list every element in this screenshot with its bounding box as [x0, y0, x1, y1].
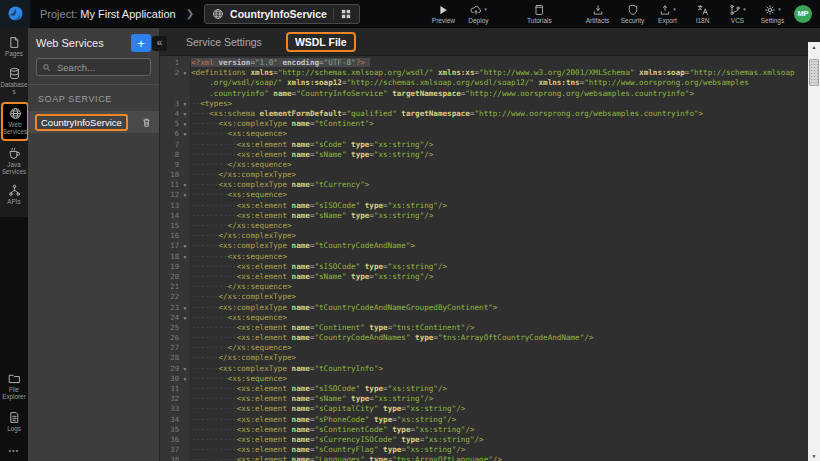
code-line[interactable]: 32··········<xs:element name="sName" typ…: [160, 394, 820, 404]
scroll-down-arrow[interactable]: ▼: [808, 451, 820, 461]
sidebar-item-java-services[interactable]: Java Services: [0, 144, 28, 179]
tab-wsdl-file[interactable]: WSDL File: [286, 32, 356, 52]
search-input[interactable]: [55, 61, 145, 74]
fold-toggle-icon[interactable]: ▾: [179, 99, 191, 109]
code-line[interactable]: 13··········<xs:element name="sISOCode" …: [160, 201, 820, 211]
code-text: ········<xs:sequence>: [191, 252, 820, 262]
topbar-action-i18n[interactable]: I18N: [685, 3, 720, 24]
line-number: 38: [160, 455, 179, 461]
code-line[interactable]: 19··········<xs:element name="sISOCode" …: [160, 262, 820, 272]
line-number: 16: [160, 231, 179, 241]
sidebar-item-label: Databases: [1, 82, 28, 96]
code-line[interactable]: 29▾······<xs:complexType name="tCountryI…: [160, 364, 820, 374]
topbar-action-security[interactable]: Security: [615, 3, 650, 24]
topbar-action-settings[interactable]: ▾Settings: [755, 3, 790, 24]
code-line[interactable]: 37··········<xs:element name="sCountryFl…: [160, 445, 820, 455]
search-box[interactable]: [36, 58, 151, 76]
code-line[interactable]: 25··········<xs:element name="Continent"…: [160, 323, 820, 333]
code-line[interactable]: 8··········<xs:element name="sName" type…: [160, 150, 820, 160]
fold-toggle-icon[interactable]: ▾: [179, 109, 191, 119]
code-text: ······<xs:complexType name="tCountryCode…: [191, 303, 820, 313]
trash-icon[interactable]: [141, 117, 152, 128]
topbar-action-vcs[interactable]: ▾VCS: [720, 3, 755, 24]
code-line[interactable]: 4▾····<xs:schema elementFormDefault="qua…: [160, 109, 820, 119]
scrollbar-thumb[interactable]: [809, 59, 819, 86]
code-line[interactable]: .countryinfo" name="CountryInfoService" …: [160, 89, 820, 99]
line-number: 4: [160, 109, 179, 119]
code-line[interactable]: 31··········<xs:element name="sISOCode" …: [160, 384, 820, 394]
code-line[interactable]: 2▾<definitions xmlns="http://schemas.xml…: [160, 68, 820, 78]
code-line[interactable]: 1<?xml version="1.0" encoding="UTF-8"?>: [160, 58, 820, 68]
fold-toggle-icon[interactable]: ▾: [179, 190, 191, 200]
code-line[interactable]: 9········</xs:sequence>: [160, 160, 820, 170]
topbar-action-tutorials[interactable]: Tutorials: [522, 3, 557, 24]
code-line[interactable]: 15········</xs:sequence>: [160, 221, 820, 231]
code-line[interactable]: 34··········<xs:element name="sPhoneCode…: [160, 415, 820, 425]
code-line[interactable]: 3▾··<types>: [160, 99, 820, 109]
fold-toggle-icon[interactable]: ▾: [179, 364, 191, 374]
sidebar-item-web-services[interactable]: Web Services: [1, 102, 29, 141]
sidebar-item-pages[interactable]: Pages: [0, 33, 28, 61]
fold-toggle-icon[interactable]: ▾: [179, 374, 191, 384]
add-service-button[interactable]: +: [131, 34, 151, 52]
service-list-item-countryinfoservice[interactable]: CountryInfoService: [28, 111, 159, 133]
fold-toggle-icon[interactable]: ▾: [179, 68, 191, 78]
code-line[interactable]: 35··········<xs:element name="sContinent…: [160, 425, 820, 435]
tab-service-settings[interactable]: Service Settings: [186, 36, 262, 48]
fold-gutter: [179, 333, 191, 343]
sidebar-item-file-explorer[interactable]: File Explorer: [0, 369, 28, 404]
code-line[interactable]: 26··········<xs:element name="CountryCod…: [160, 333, 820, 343]
line-number: 3: [160, 99, 179, 109]
code-line[interactable]: 18▾········<xs:sequence>: [160, 252, 820, 262]
fold-toggle-icon[interactable]: ▾: [179, 129, 191, 139]
code-line[interactable]: 14··········<xs:element name="sName" typ…: [160, 211, 820, 221]
fold-toggle-icon[interactable]: ▾: [179, 241, 191, 251]
code-line[interactable]: 36··········<xs:element name="sCurrencyI…: [160, 435, 820, 445]
code-line[interactable]: 38··········<xs:element name="Languages"…: [160, 455, 820, 461]
sidebar-item-databases[interactable]: Databases: [0, 64, 28, 99]
service-tab-label: CountryInfoService: [230, 8, 327, 20]
more-menu-button[interactable]: •••: [9, 440, 19, 461]
code-line[interactable]: 24▾········<xs:sequence>: [160, 313, 820, 323]
code-line[interactable]: 33··········<xs:element name="sCapitalCi…: [160, 404, 820, 414]
sidebar-item-apis[interactable]: APIs: [0, 181, 28, 209]
grid-icon[interactable]: [340, 8, 352, 20]
scroll-up-arrow[interactable]: ▲: [808, 42, 820, 52]
topbar-action-export[interactable]: ▾Export: [650, 3, 685, 24]
code-line[interactable]: 21········</xs:sequence>: [160, 282, 820, 292]
code-line[interactable]: 10······</xs:complexType>: [160, 170, 820, 180]
topbar-action-deploy[interactable]: ▾Deploy: [461, 3, 496, 24]
code-text: ········</xs:sequence>: [191, 221, 820, 231]
collapse-panel-button[interactable]: «: [152, 36, 167, 51]
fold-toggle-icon[interactable]: ▾: [179, 313, 191, 323]
code-line[interactable]: 27········</xs:sequence>: [160, 343, 820, 353]
app-logo[interactable]: [0, 0, 30, 28]
code-editor[interactable]: 1<?xml version="1.0" encoding="UTF-8"?>2…: [160, 56, 820, 461]
fold-toggle-icon[interactable]: ▾: [179, 303, 191, 313]
fold-toggle-icon[interactable]: ▾: [179, 252, 191, 262]
code-line[interactable]: 22······</xs:complexType>: [160, 292, 820, 302]
code-line[interactable]: 6▾········<xs:sequence>: [160, 129, 820, 139]
fold-toggle-icon[interactable]: ▾: [179, 119, 191, 129]
topbar-action-artifacts[interactable]: Artifacts: [580, 3, 615, 24]
code-text: .countryinfo" name="CountryInfoService" …: [191, 89, 820, 99]
code-line[interactable]: 20··········<xs:element name="sName" typ…: [160, 272, 820, 282]
topbar-action-preview[interactable]: Preview: [426, 3, 461, 24]
code-text: ··········<xs:element name="sCapitalCity…: [191, 404, 820, 414]
code-line[interactable]: 12▾········<xs:sequence>: [160, 190, 820, 200]
code-line[interactable]: 28······</xs:complexType>: [160, 353, 820, 363]
code-line[interactable]: 16······</xs:complexType>: [160, 231, 820, 241]
code-line[interactable]: 30▾········<xs:sequence>: [160, 374, 820, 384]
code-line[interactable]: 17▾······<xs:complexType name="tCountryC…: [160, 241, 820, 251]
fold-toggle-icon[interactable]: ▾: [179, 180, 191, 190]
code-line[interactable]: 23▾······<xs:complexType name="tCountryC…: [160, 303, 820, 313]
open-service-tab[interactable]: CountryInfoService: [204, 4, 360, 24]
code-line[interactable]: .org/wsdl/soap/" xmlns:soap12="http://sc…: [160, 78, 820, 88]
code-line[interactable]: 5▾······<xs:complexType name="tContinent…: [160, 119, 820, 129]
user-avatar[interactable]: MP: [794, 5, 812, 23]
line-number: 5: [160, 119, 179, 129]
code-line[interactable]: 11▾······<xs:complexType name="tCurrency…: [160, 180, 820, 190]
code-line[interactable]: 7··········<xs:element name="sCode" type…: [160, 140, 820, 150]
vertical-scrollbar[interactable]: ▲ ▼: [808, 42, 820, 461]
sidebar-item-logs[interactable]: Logs: [0, 408, 28, 436]
